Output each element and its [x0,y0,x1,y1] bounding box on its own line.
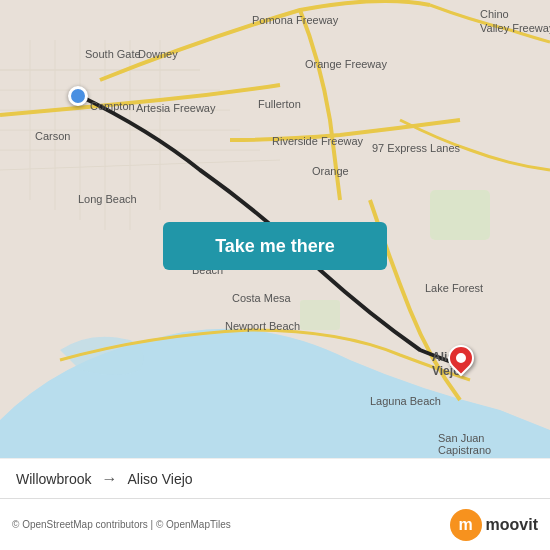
moovit-brand-name: moovit [486,516,538,534]
destination-marker [448,345,474,371]
svg-rect-1 [300,300,340,330]
svg-line-7 [0,160,280,170]
route-to-label: Aliso Viejo [127,471,192,487]
take-me-there-button[interactable]: Take me there [163,222,387,270]
bottom-bar: © OpenStreetMap contributors | © OpenMap… [0,498,550,550]
origin-marker [68,86,88,106]
route-arrow-icon: → [101,470,117,488]
route-info-bar: Willowbrook → Aliso Viejo [0,458,550,498]
moovit-logo: m moovit [450,509,538,541]
svg-rect-0 [430,190,490,240]
route-from-label: Willowbrook [16,471,91,487]
map-attribution: © OpenStreetMap contributors | © OpenMap… [12,519,231,530]
map-container: South Gate Downey Compton Carson Long Be… [0,0,550,550]
moovit-icon: m [450,509,482,541]
